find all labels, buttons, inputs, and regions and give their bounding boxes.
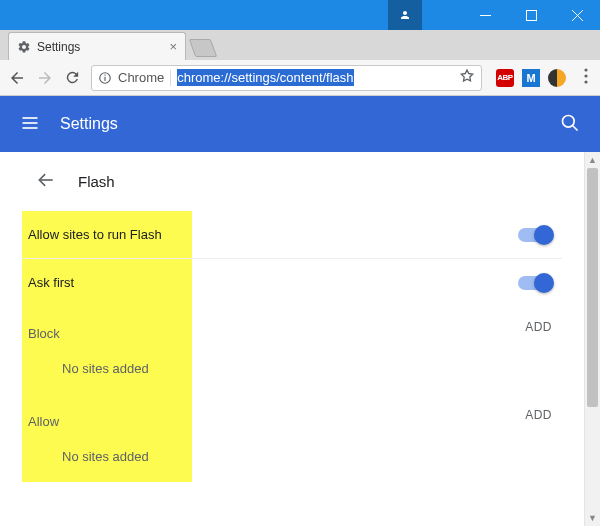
arrow-left-icon xyxy=(8,69,26,87)
extensions-area: ABP M xyxy=(492,69,570,87)
arrow-left-icon xyxy=(36,170,56,190)
new-tab-button[interactable] xyxy=(189,39,218,57)
scroll-thumb[interactable] xyxy=(587,168,598,407)
svg-point-13 xyxy=(563,115,575,127)
block-section-header: Block ADD xyxy=(22,306,562,347)
scroll-down-button[interactable]: ▼ xyxy=(585,510,600,526)
bookmark-button[interactable] xyxy=(459,68,475,87)
allow-sites-label: Allow sites to run Flash xyxy=(22,211,192,258)
svg-point-8 xyxy=(584,74,587,77)
ask-first-row: Ask first xyxy=(22,259,562,306)
block-empty-row: No sites added xyxy=(22,347,562,394)
arrow-right-icon xyxy=(36,69,54,87)
tab-title: Settings xyxy=(37,40,163,54)
allow-label: Allow xyxy=(22,394,192,435)
svg-point-9 xyxy=(584,80,587,83)
reload-icon xyxy=(64,69,81,86)
block-empty-label: No sites added xyxy=(22,347,192,394)
extension-adblock[interactable]: ABP xyxy=(496,69,514,87)
hamburger-icon xyxy=(20,113,40,133)
menu-toggle-button[interactable] xyxy=(20,113,40,136)
ask-first-toggle[interactable] xyxy=(518,276,552,290)
allow-sites-toggle[interactable] xyxy=(518,228,552,242)
block-label: Block xyxy=(22,306,192,347)
extension-s[interactable] xyxy=(548,69,566,87)
allow-add-button[interactable]: ADD xyxy=(525,408,552,422)
settings-back-button[interactable] xyxy=(36,170,56,193)
reload-button[interactable] xyxy=(64,69,81,86)
search-icon xyxy=(560,113,580,133)
forward-button[interactable] xyxy=(36,69,54,87)
scroll-up-button[interactable]: ▲ xyxy=(585,152,600,168)
tab-close-button[interactable]: × xyxy=(169,39,177,54)
settings-header: Settings xyxy=(0,96,600,152)
address-bar[interactable]: Chrome chrome://settings/content/flash xyxy=(91,65,482,91)
browser-toolbar: Chrome chrome://settings/content/flash A… xyxy=(0,60,600,96)
svg-rect-6 xyxy=(104,74,105,75)
svg-rect-1 xyxy=(526,10,536,20)
tab-strip: Settings × xyxy=(0,30,600,60)
allow-empty-row: No sites added xyxy=(22,435,562,482)
window-titlebar xyxy=(0,0,600,30)
window-minimize-button[interactable] xyxy=(462,0,508,30)
allow-section-header: Allow ADD xyxy=(22,394,562,435)
url-scheme-label: Chrome xyxy=(118,70,164,85)
back-button[interactable] xyxy=(8,69,26,87)
page-subtitle: Flash xyxy=(78,173,115,190)
settings-search-button[interactable] xyxy=(560,113,580,136)
ask-first-label: Ask first xyxy=(22,259,192,306)
chrome-profile-button[interactable] xyxy=(388,0,422,30)
block-add-button[interactable]: ADD xyxy=(525,320,552,334)
svg-point-7 xyxy=(584,68,587,71)
tab-settings[interactable]: Settings × xyxy=(8,32,186,60)
page-subheader: Flash xyxy=(0,164,584,211)
site-info-icon[interactable] xyxy=(98,71,112,85)
svg-line-14 xyxy=(573,125,578,130)
chrome-menu-button[interactable] xyxy=(580,68,592,87)
window-close-button[interactable] xyxy=(554,0,600,30)
settings-title: Settings xyxy=(60,115,118,133)
person-icon xyxy=(399,9,411,21)
star-icon xyxy=(459,68,475,84)
dots-vertical-icon xyxy=(584,68,588,84)
window-maximize-button[interactable] xyxy=(508,0,554,30)
allow-sites-row: Allow sites to run Flash xyxy=(22,211,562,259)
close-icon xyxy=(572,10,583,21)
maximize-icon xyxy=(526,10,537,21)
vertical-scrollbar[interactable]: ▲ ▼ xyxy=(584,152,600,526)
settings-content: Flash Allow sites to run Flash Ask first… xyxy=(0,152,584,526)
omnibox-divider xyxy=(170,70,171,86)
url-text[interactable]: chrome://settings/content/flash xyxy=(177,70,453,85)
extension-m[interactable]: M xyxy=(522,69,540,87)
allow-empty-label: No sites added xyxy=(22,435,192,482)
minimize-icon xyxy=(480,10,491,21)
svg-rect-5 xyxy=(104,76,105,80)
gear-icon xyxy=(17,40,31,54)
